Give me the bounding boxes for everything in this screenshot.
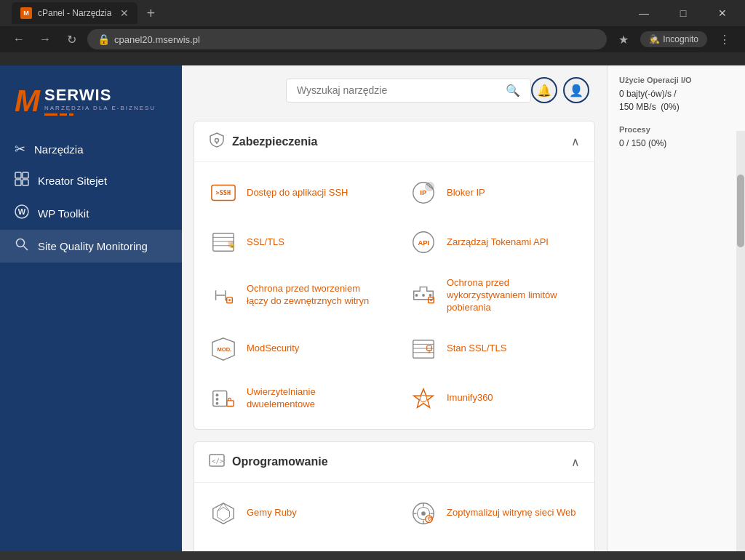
svg-line-7 xyxy=(24,247,28,251)
tool-2fa[interactable]: Uwierzytelnianie dwuelementowe xyxy=(194,374,394,423)
sqm-icon xyxy=(15,237,29,255)
io-title: Użycie Operacji I/O xyxy=(619,76,733,84)
tool-stan-ssl[interactable]: Stan SSL/TLS xyxy=(394,324,594,374)
tool-ochrona-limity[interactable]: Ochrona przed wykorzystywaniem limitów p… xyxy=(394,267,594,324)
svg-point-45 xyxy=(420,395,426,401)
oprogramowanie-title: Oprogramowanie xyxy=(232,455,328,468)
io-stat: Użycie Operacji I/O 0 bajty(-ów)/s /150 … xyxy=(619,76,733,113)
svg-point-41 xyxy=(216,393,219,396)
oprogramowanie-section: </> Oprogramowanie ∧ xyxy=(194,441,595,560)
url-display: cpanel20.mserwis.pl xyxy=(114,34,200,45)
notifications-button[interactable]: 🔔 xyxy=(531,77,557,103)
sidebar: M SERWIS NARZĘDZIA DLA E-BIZNESU ✂ Narzę… xyxy=(0,65,182,560)
back-button[interactable]: ← xyxy=(9,29,29,49)
main-area: 🔍 🔔 👤 xyxy=(182,65,745,560)
tab-favicon: M xyxy=(20,7,32,19)
svg-point-43 xyxy=(216,401,219,404)
ssh-icon: >SSH xyxy=(209,178,238,207)
tool-bloker-ip[interactable]: IP Bloker IP xyxy=(394,168,594,217)
search-input[interactable] xyxy=(297,84,500,96)
svg-point-31 xyxy=(430,300,432,302)
zabezpieczenia-chevron[interactable]: ∧ xyxy=(571,135,580,148)
proc-value: 0 / 150 (0%) xyxy=(619,137,733,150)
right-panel: Użycie Operacji I/O 0 bajty(-ów)/s /150 … xyxy=(607,65,745,560)
optymalizuj-icon: ⚙ xyxy=(409,499,438,528)
search-box[interactable]: 🔍 xyxy=(286,79,531,103)
io-value: 0 bajty(-ów)/s /150 MB/s (0%) xyxy=(619,87,733,113)
tool-modsecurity[interactable]: MOD. ModSecurity xyxy=(194,324,394,374)
logo-lines xyxy=(44,113,156,116)
ruby-icon xyxy=(209,499,238,528)
sidebar-item-label-wp: WP Toolkit xyxy=(38,207,89,220)
optymalizuj-label: Zoptymalizuj witrynę sieci Web xyxy=(447,507,575,519)
tool-ochrona-lacza[interactable]: Ochrona przed tworzeniem łączy do zewnęt… xyxy=(194,267,394,324)
incognito-button[interactable]: 🕵 Incognito xyxy=(640,31,707,47)
bookmark-button[interactable]: ★ xyxy=(613,30,634,49)
user-button[interactable]: 👤 xyxy=(563,77,589,103)
sidebar-item-wp[interactable]: W WP Toolkit xyxy=(0,197,182,230)
bloker-ip-icon: IP xyxy=(409,178,438,207)
tool-ruby[interactable]: Gemy Ruby xyxy=(194,489,394,538)
svg-rect-2 xyxy=(15,180,21,185)
tab-title: cPanel - Narzędzia xyxy=(38,8,111,18)
zabezpieczenia-icon xyxy=(209,132,225,151)
svg-text:MOD.: MOD. xyxy=(217,346,231,353)
sidebar-item-narzedzia[interactable]: ✂ Narzędzia xyxy=(0,134,182,164)
ochrona-limity-label: Ochrona przed wykorzystywaniem limitów p… xyxy=(447,277,580,314)
svg-point-28 xyxy=(422,294,425,297)
svg-rect-44 xyxy=(227,401,234,407)
stan-ssl-icon xyxy=(409,335,438,364)
search-icon[interactable]: 🔍 xyxy=(506,84,520,97)
scrollbar-track[interactable] xyxy=(736,131,745,560)
proc-title: Procesy xyxy=(619,125,733,134)
stan-ssl-label: Stan SSL/TLS xyxy=(447,343,506,355)
svg-point-27 xyxy=(415,294,418,297)
tool-ssh[interactable]: >SSH Dostęp do aplikacji SSH xyxy=(194,168,394,217)
narzedzia-icon: ✂ xyxy=(15,141,25,157)
sidebar-item-sqm[interactable]: Site Quality Monitoring xyxy=(0,230,182,263)
tool-optymalizuj[interactable]: ⚙ Zoptymalizuj witrynę sieci Web xyxy=(394,489,594,538)
ruby-label: Gemy Ruby xyxy=(247,507,297,519)
ochrona-lacza-icon xyxy=(209,281,238,310)
svg-point-6 xyxy=(17,239,25,247)
zabezpieczenia-section: Zabezpieczenia ∧ >SSH Dostęp do aplika xyxy=(194,121,595,430)
logo-serwis: SERWIS xyxy=(44,87,156,103)
svg-text:API: API xyxy=(418,239,429,247)
topbar-icons: 🔔 👤 xyxy=(531,77,589,103)
svg-text:>SSH: >SSH xyxy=(216,189,231,196)
oprogramowanie-chevron[interactable]: ∧ xyxy=(571,455,580,469)
browser-menu-button[interactable]: ⋮ xyxy=(713,30,736,49)
proc-stat: Procesy 0 / 150 (0%) xyxy=(619,125,733,150)
imunify-label: Imunify360 xyxy=(447,392,493,404)
sidebar-item-kreator[interactable]: Kreator Sitejet xyxy=(0,164,182,197)
scrollbar-thumb[interactable] xyxy=(737,175,744,247)
refresh-button[interactable]: ↻ xyxy=(61,29,81,49)
tab-close-button[interactable]: ✕ xyxy=(120,7,129,19)
ssh-label: Dostęp do aplikacji SSH xyxy=(247,187,348,199)
api-label: Zarządzaj Tokenami API xyxy=(447,236,549,249)
tool-ssl[interactable]: 🔒 SSL/TLS xyxy=(194,217,394,267)
tool-api[interactable]: API Zarządzaj Tokenami API xyxy=(394,217,594,267)
minimize-button[interactable]: — xyxy=(627,2,661,24)
svg-text:IP: IP xyxy=(420,188,426,196)
svg-point-42 xyxy=(216,398,219,401)
topbar: 🔍 🔔 👤 xyxy=(182,65,607,115)
modsecurity-icon: MOD. xyxy=(209,335,238,364)
center-content: 🔍 🔔 👤 xyxy=(182,65,607,560)
svg-rect-3 xyxy=(23,180,28,185)
zabezpieczenia-header: Zabezpieczenia ∧ xyxy=(194,121,594,162)
svg-point-25 xyxy=(228,300,231,302)
svg-text:⚙: ⚙ xyxy=(427,516,432,522)
svg-text:</>: </> xyxy=(212,457,224,465)
api-icon: API xyxy=(409,228,438,257)
new-tab-button[interactable]: + xyxy=(140,5,161,22)
maximize-button[interactable]: □ xyxy=(666,2,700,24)
close-button[interactable]: ✕ xyxy=(706,2,739,24)
tool-imunify[interactable]: Imunify360 xyxy=(394,374,594,423)
svg-rect-1 xyxy=(23,172,28,178)
logo-m: M xyxy=(15,86,40,116)
oprogramowanie-icon: </> xyxy=(209,452,225,472)
modsecurity-label: ModSecurity xyxy=(247,343,299,355)
2fa-icon xyxy=(209,384,238,413)
forward-button[interactable]: → xyxy=(35,29,55,49)
